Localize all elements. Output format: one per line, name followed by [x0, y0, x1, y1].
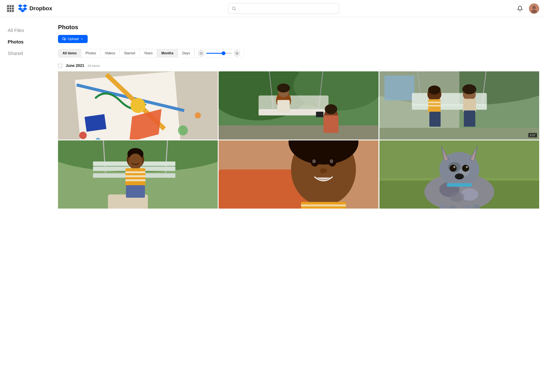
search-area — [52, 3, 515, 14]
svg-rect-73 — [125, 179, 145, 181]
photo-art[interactable] — [58, 71, 218, 139]
main-layout: All Files Photos Shared Photos Upload — [0, 17, 546, 392]
svg-point-103 — [466, 166, 468, 168]
photo-porch-duo[interactable]: 2:17 — [379, 71, 539, 139]
section-date: June 2021 — [66, 63, 84, 68]
filter-photos[interactable]: Photos — [81, 49, 101, 57]
sidebar-item-all-files[interactable]: All Files — [5, 25, 46, 35]
grid-dot — [12, 5, 14, 7]
upload-button[interactable]: Upload — [58, 35, 88, 43]
chevron-down-icon — [80, 38, 83, 40]
sidebar-item-photos[interactable]: Photos — [5, 37, 46, 47]
bell-icon — [517, 6, 523, 12]
svg-rect-106 — [439, 204, 446, 209]
zoom-slider[interactable] — [206, 53, 232, 54]
photo-grid-row2 — [58, 140, 539, 209]
zoom-out-button[interactable] — [198, 50, 204, 56]
svg-rect-107 — [449, 206, 455, 209]
svg-rect-57 — [429, 112, 441, 126]
photo-family-swing[interactable] — [219, 71, 378, 139]
zoom-controls — [195, 50, 243, 56]
svg-rect-85 — [301, 204, 346, 206]
svg-rect-53 — [428, 105, 441, 107]
upload-label: Upload — [68, 37, 79, 41]
filter-videos[interactable]: Videos — [101, 49, 120, 57]
svg-point-92 — [449, 192, 464, 202]
filter-months[interactable]: Months — [157, 49, 178, 57]
svg-rect-27 — [219, 126, 378, 139]
art-svg — [58, 71, 218, 139]
filter-bar: All items Photos Videos Starred Years — [58, 49, 244, 57]
boy-closeup-svg — [219, 140, 378, 209]
page-title: Photos — [58, 24, 539, 31]
filter-days[interactable]: Days — [178, 49, 194, 57]
svg-line-1 — [235, 9, 236, 10]
svg-point-34 — [277, 83, 290, 92]
svg-rect-71 — [125, 171, 145, 173]
svg-point-50 — [428, 85, 441, 94]
svg-rect-109 — [473, 204, 479, 209]
content-type-filters: All items Photos Videos Starred — [58, 49, 139, 57]
svg-rect-72 — [125, 175, 145, 177]
grid-dot — [10, 5, 11, 7]
photo-grid-row1: 2:17 — [58, 71, 539, 139]
filter-all-items[interactable]: All items — [58, 49, 81, 57]
svg-point-21 — [178, 126, 188, 135]
svg-rect-58 — [464, 110, 475, 126]
avatar[interactable] — [529, 3, 539, 14]
photo-dog[interactable] — [379, 140, 539, 209]
photo-boy-closeup[interactable] — [219, 140, 378, 209]
photo-boy-bench[interactable] — [58, 140, 218, 209]
svg-rect-39 — [316, 112, 324, 117]
zoom-in-button[interactable] — [234, 50, 240, 56]
svg-point-55 — [462, 84, 476, 94]
search-icon — [232, 6, 236, 11]
plus-icon — [235, 52, 238, 55]
svg-rect-56 — [463, 99, 476, 112]
section-select-checkbox[interactable] — [58, 64, 62, 68]
dropbox-icon — [18, 4, 27, 13]
svg-rect-31 — [259, 95, 329, 110]
filter-years[interactable]: Years — [140, 49, 157, 57]
filter-starred[interactable]: Starred — [120, 49, 139, 57]
svg-point-104 — [455, 173, 464, 179]
sidebar: All Files Photos Shared — [0, 17, 51, 392]
sidebar-item-shared[interactable]: Shared — [5, 49, 46, 58]
upload-icon — [62, 37, 66, 41]
search-container — [228, 3, 339, 14]
grid-dot — [10, 10, 11, 12]
svg-point-81 — [312, 159, 316, 163]
search-input[interactable] — [238, 6, 336, 10]
grid-dot — [12, 10, 14, 12]
svg-rect-35 — [277, 100, 290, 113]
svg-rect-105 — [447, 183, 472, 187]
video-duration-badge: 2:17 — [528, 133, 537, 137]
grid-dot — [12, 8, 14, 9]
dropbox-logo[interactable]: Dropbox — [18, 4, 52, 13]
svg-point-37 — [325, 104, 338, 114]
avatar-icon — [529, 3, 539, 14]
section-count: 26 items — [88, 64, 100, 68]
grid-menu-button[interactable] — [7, 5, 14, 12]
section-header: June 2021 26 items — [58, 63, 539, 68]
main-content: Photos Upload All items Photos — [51, 17, 546, 392]
porch-duo-svg — [379, 71, 539, 139]
svg-point-100 — [450, 165, 457, 172]
app-name: Dropbox — [29, 5, 52, 12]
svg-rect-17 — [84, 114, 106, 132]
header-right — [515, 3, 539, 14]
svg-point-19 — [79, 132, 87, 139]
grid-dot — [7, 8, 9, 9]
time-filters: Years Months Days — [140, 49, 194, 57]
notifications-button[interactable] — [515, 4, 525, 13]
svg-rect-74 — [126, 185, 145, 198]
family-swing-svg — [219, 71, 378, 139]
svg-point-69 — [128, 154, 143, 170]
svg-point-101 — [462, 165, 469, 172]
svg-point-3 — [532, 6, 536, 9]
svg-point-102 — [453, 166, 455, 168]
svg-rect-43 — [384, 76, 414, 101]
grid-dot — [10, 8, 11, 9]
svg-point-4 — [531, 10, 537, 13]
svg-rect-52 — [428, 102, 441, 103]
